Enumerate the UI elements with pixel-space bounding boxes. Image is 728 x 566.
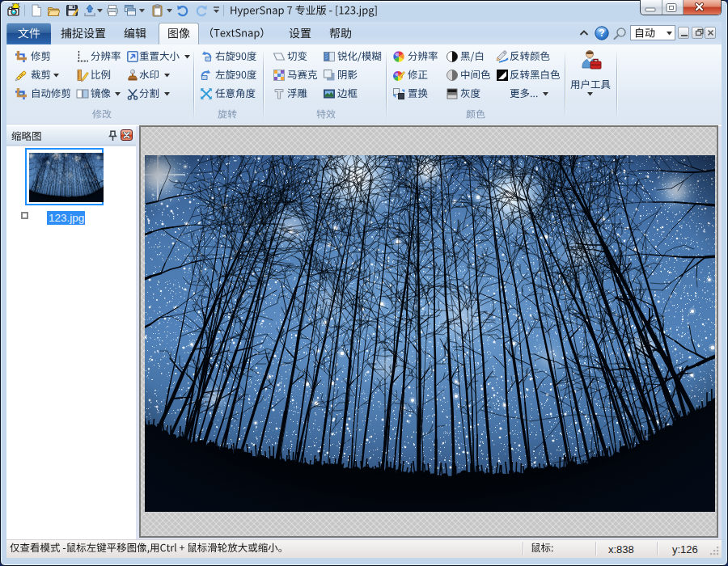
svg-text:?: ? [599, 27, 604, 39]
